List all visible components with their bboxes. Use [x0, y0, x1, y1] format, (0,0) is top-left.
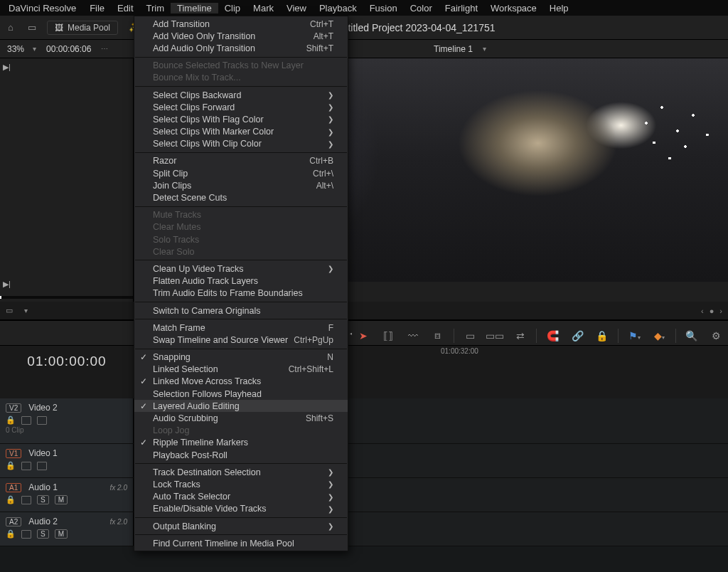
blade-tool-icon[interactable]: 〰 — [404, 330, 422, 341]
layout-icon[interactable]: ▭ — [21, 20, 43, 36]
step-back-icon[interactable]: ▶| — [3, 63, 11, 72]
timeline-dropdown[interactable]: Timeline 1 ▾ — [434, 44, 491, 54]
menu-item[interactable]: Switch to Camera Originals — [134, 304, 348, 317]
menu-view[interactable]: View — [280, 3, 313, 14]
menu-mark[interactable]: Mark — [247, 3, 280, 14]
link-tool-icon[interactable]: ▭ — [461, 330, 479, 341]
menu-item[interactable]: Find Current Timeline in Media Pool — [134, 537, 348, 549]
track-solo-button[interactable]: S — [37, 495, 49, 504]
menu-item[interactable]: Linked SelectionCtrl+Shift+L — [134, 364, 348, 376]
menu-clip[interactable]: Clip — [218, 3, 247, 14]
menu-item[interactable]: Match FrameF — [134, 322, 348, 334]
menu-item[interactable]: ✓Layered Audio Editing — [134, 400, 348, 412]
menu-item[interactable]: Selection Follows Playhead — [134, 388, 348, 400]
zoom-caret-icon[interactable]: ▾ — [28, 45, 41, 53]
tc-caret-icon[interactable]: ⋯ — [97, 45, 112, 53]
mediapool-button[interactable]: 🖼 Media Pool — [47, 21, 118, 35]
track-badge-a2[interactable]: A2 — [6, 517, 21, 526]
magnet-icon[interactable]: 🧲 — [544, 330, 562, 341]
menu-item[interactable]: Trim Audio Edits to Frame Boundaries — [134, 287, 348, 300]
source-scrubber[interactable] — [0, 296, 133, 299]
menu-file[interactable]: File — [83, 3, 111, 14]
track-mute-button[interactable]: M — [55, 529, 68, 539]
track-solo-button[interactable]: S — [37, 529, 49, 539]
track-lock-icon[interactable]: 🔒 — [6, 529, 16, 539]
swap-tool-icon[interactable]: ⇄ — [511, 330, 529, 341]
menu-item[interactable]: ✓Linked Move Across Tracks — [134, 376, 348, 388]
lock-icon[interactable]: 🔒 — [594, 330, 611, 341]
track-toggle1-icon[interactable] — [21, 496, 31, 504]
step-fwd-icon[interactable]: ▶| — [3, 280, 11, 289]
menu-item[interactable]: Detect Scene Cuts — [134, 191, 348, 203]
marker-icon[interactable]: ◆▾ — [651, 330, 668, 341]
flag-icon[interactable]: ⚑▾ — [626, 330, 643, 341]
dup-tool-icon[interactable]: ▭▭ — [486, 330, 504, 341]
home-icon[interactable]: ⌂ — [0, 20, 21, 36]
menu-color[interactable]: Color — [404, 3, 439, 14]
track-head-v2[interactable]: V2 Video 2 🔒 0 Clip — [0, 398, 134, 443]
menu-item[interactable]: Playback Post-Roll — [134, 449, 348, 461]
track-badge-v2[interactable]: V2 — [6, 403, 21, 413]
menu-help[interactable]: Help — [543, 3, 575, 14]
menu-item-label: Linked Move Across Tracks — [153, 376, 261, 386]
nav-dot-icon[interactable]: ● — [710, 307, 714, 315]
selection-tool-icon[interactable]: ➤ — [355, 330, 373, 341]
track-toggle2-icon[interactable] — [37, 416, 47, 425]
menu-item[interactable]: ✓Ripple Timeline Markers — [134, 437, 348, 449]
menu-item[interactable]: Output Blanking❯ — [134, 520, 348, 532]
menu-item-label: Select Clips With Marker Color — [153, 127, 274, 137]
menu-item[interactable]: Clean Up Video Tracks❯ — [134, 263, 348, 275]
insert-tool-icon[interactable]: ⧈ — [429, 329, 446, 341]
menu-workspace[interactable]: Workspace — [484, 3, 543, 14]
menu-item[interactable]: Swap Timeline and Source ViewerCtrl+PgUp — [134, 334, 348, 346]
menu-item[interactable]: Split ClipCtrl+\ — [134, 167, 348, 179]
search-icon[interactable]: 🔍 — [683, 330, 701, 341]
menu-item[interactable]: Audio ScrubbingShift+S — [134, 412, 348, 424]
menu-fusion[interactable]: Fusion — [363, 3, 404, 14]
track-toggle1-icon[interactable] — [21, 462, 31, 470]
menu-fairlight[interactable]: Fairlight — [439, 3, 484, 14]
settings-icon[interactable]: ⚙ — [707, 330, 725, 341]
track-head-a2[interactable]: A2 Audio 2 fx 2.0 🔒 S M — [0, 512, 134, 546]
menu-item[interactable]: ✓SnappingN — [134, 351, 348, 364]
menu-item[interactable]: Add Audio Only TransitionShift+T — [134, 42, 348, 54]
timeline-timecode[interactable]: 01:00:00:00 — [0, 354, 134, 369]
menu-item[interactable]: Select Clips With Clip Color❯ — [134, 138, 348, 150]
nav-right-icon[interactable]: › — [719, 307, 722, 315]
menu-item[interactable]: Join ClipsAlt+\ — [134, 179, 348, 191]
menu-item[interactable]: Lock Tracks❯ — [134, 478, 348, 490]
view-opt-caret[interactable]: ▾ — [20, 307, 32, 314]
menu-item[interactable]: Add TransitionCtrl+T — [134, 18, 348, 30]
menu-item[interactable]: Track Destination Selection❯ — [134, 466, 348, 478]
track-lock-icon[interactable]: 🔒 — [6, 415, 16, 425]
menu-item[interactable]: Select Clips Forward❯ — [134, 101, 348, 113]
menu-item[interactable]: Flatten Audio Track Layers — [134, 275, 348, 287]
menu-timeline[interactable]: Timeline — [171, 3, 218, 14]
menu-item[interactable]: Select Clips With Flag Color❯ — [134, 113, 348, 125]
track-mute-button[interactable]: M — [55, 495, 68, 504]
track-head-a1[interactable]: A1 Audio 1 fx 2.0 🔒 S M — [0, 478, 134, 512]
menu-trim[interactable]: Trim — [140, 3, 171, 14]
track-badge-v1[interactable]: V1 — [6, 449, 21, 458]
trim-tool-icon[interactable]: ⟦⟧ — [380, 330, 397, 341]
source-timecode[interactable]: 00:00:06:06 — [41, 44, 97, 54]
nav-left-icon[interactable]: ‹ — [701, 307, 704, 315]
menu-item[interactable]: Select Clips With Marker Color❯ — [134, 126, 348, 138]
menu-item[interactable]: Auto Track Selector❯ — [134, 491, 348, 503]
track-toggle1-icon[interactable] — [21, 416, 31, 425]
menu-item[interactable]: Enable/Disable Video Tracks❯ — [134, 503, 348, 515]
track-head-v1[interactable]: V1 Video 1 🔒 — [0, 444, 134, 477]
track-toggle2-icon[interactable] — [37, 462, 47, 470]
menu-playback[interactable]: Playback — [313, 3, 363, 14]
menu-item[interactable]: Add Video Only TransitionAlt+T — [134, 30, 348, 42]
link-clip-icon[interactable]: 🔗 — [569, 330, 587, 341]
track-lock-icon[interactable]: 🔒 — [6, 495, 16, 504]
track-lock-icon[interactable]: 🔒 — [6, 461, 16, 470]
menu-item[interactable]: RazorCtrl+B — [134, 155, 348, 167]
track-toggle1-icon[interactable] — [21, 530, 31, 539]
zoom-value[interactable]: 33% — [0, 44, 28, 54]
menu-item[interactable]: Select Clips Backward❯ — [134, 89, 348, 101]
view-opt-icon[interactable]: ▭ — [6, 306, 13, 315]
menu-edit[interactable]: Edit — [111, 3, 139, 14]
track-badge-a1[interactable]: A1 — [6, 483, 21, 492]
